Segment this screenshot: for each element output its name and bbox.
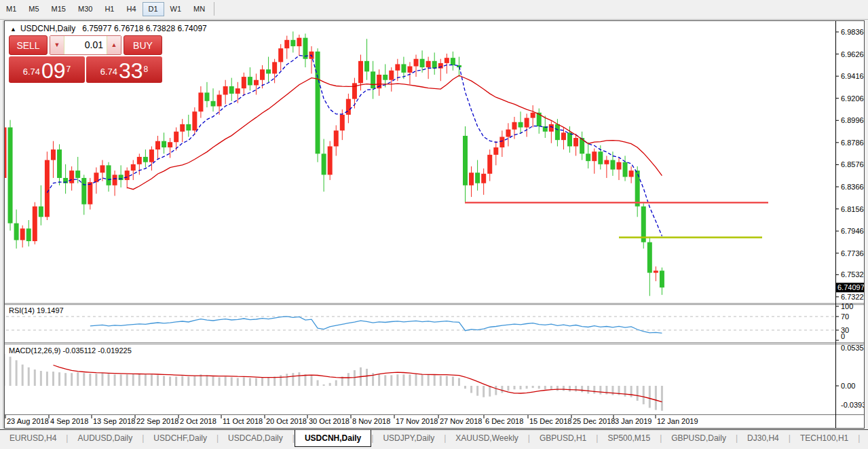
timeframe-button-w1[interactable]: W1 xyxy=(164,2,188,16)
tab-tech100-h1[interactable]: TECH100,H1 xyxy=(791,430,858,447)
horizontal-levels xyxy=(465,202,768,237)
lot-increase-button[interactable]: ▲ xyxy=(107,36,121,54)
svg-text:-0.039333: -0.039333 xyxy=(841,401,864,409)
tab-usdchf-daily[interactable]: USDCHF,Daily xyxy=(144,430,216,447)
timeframe-button-mn[interactable]: MN xyxy=(187,2,211,16)
sell-button[interactable]: SELL xyxy=(9,35,48,55)
timeframe-button-m30[interactable]: M30 xyxy=(72,2,98,16)
svg-text:13 Sep 2018: 13 Sep 2018 xyxy=(93,417,135,425)
lot-decrease-button[interactable]: ▼ xyxy=(50,36,64,54)
buy-price-pip: 8 xyxy=(144,56,149,82)
svg-text:22 Sep 2018: 22 Sep 2018 xyxy=(136,417,178,425)
timeframe-button-m1[interactable]: M1 xyxy=(0,2,22,16)
rsi-label: RSI(14) 19.1497 xyxy=(9,306,64,315)
buy-price-prefix: 6.74 xyxy=(100,63,117,81)
collapse-triangle-icon[interactable]: ▲ xyxy=(10,26,16,33)
chart-symbol-label: USDCNH,Daily xyxy=(20,24,75,33)
svg-text:0: 0 xyxy=(841,332,845,340)
svg-text:20 Oct 2018: 20 Oct 2018 xyxy=(266,417,307,425)
svg-text:23 Aug 2018: 23 Aug 2018 xyxy=(7,417,49,425)
pane-dividers xyxy=(5,303,864,415)
sell-price-prefix: 6.74 xyxy=(23,63,40,81)
svg-text:6.85760: 6.85760 xyxy=(841,160,864,168)
buy-button[interactable]: BUY xyxy=(124,35,162,55)
macd-label: MACD(12,26,9) -0.035112 -0.019225 xyxy=(9,346,132,355)
tab-ukoil-h1[interactable]: UKOil,H1 xyxy=(860,430,868,447)
svg-text:100: 100 xyxy=(841,302,853,310)
svg-text:27 Nov 2018: 27 Nov 2018 xyxy=(440,417,482,425)
one-click-trading-widget: SELL ▼ 0.01 ▲ BUY 6.74 09 7 6.74 33 8 xyxy=(9,35,162,83)
sell-price-main: 09 xyxy=(41,60,66,81)
svg-text:3 Jan 2019: 3 Jan 2019 xyxy=(615,417,652,425)
svg-text:15 Dec 2018: 15 Dec 2018 xyxy=(529,417,571,425)
tab-eurusd-h4[interactable]: EURUSD,H4 xyxy=(0,430,66,447)
svg-text:2 Oct 2018: 2 Oct 2018 xyxy=(180,417,216,425)
lot-size-value[interactable]: 0.01 xyxy=(64,36,107,54)
timeframe-button-h1[interactable]: H1 xyxy=(98,2,120,16)
timeframe-button-m15[interactable]: M15 xyxy=(45,2,72,16)
toolbar-separator xyxy=(214,2,214,16)
tab-gbpusd-h1[interactable]: GBPUSD,H1 xyxy=(530,430,596,447)
svg-text:6.74097: 6.74097 xyxy=(837,283,864,291)
rsi-level-lines xyxy=(6,317,835,330)
svg-text:6.89960: 6.89960 xyxy=(841,116,864,124)
svg-text:70: 70 xyxy=(841,312,849,321)
svg-text:6.77360: 6.77360 xyxy=(841,249,864,257)
svg-text:6.81560: 6.81560 xyxy=(841,205,864,213)
tab-audusd-daily[interactable]: AUDUSD,Daily xyxy=(68,430,142,447)
svg-text:25 Dec 2018: 25 Dec 2018 xyxy=(573,417,615,425)
tab-dj30-h4[interactable]: DJ30,H4 xyxy=(738,430,789,447)
chart-ohlc-values: 6.75977 6.76718 6.73828 6.74097 xyxy=(82,24,207,33)
svg-text:4 Sep 2018: 4 Sep 2018 xyxy=(50,417,88,425)
svg-text:30 Oct 2018: 30 Oct 2018 xyxy=(309,417,350,425)
price-scale: 6.983606.962606.941606.920606.899606.878… xyxy=(835,21,864,428)
chart-window: ▲USDCNH,Daily6.75977 6.76718 6.73828 6.7… xyxy=(4,20,865,429)
tab-usdcnh-daily[interactable]: USDCNH,Daily xyxy=(295,430,371,447)
buy-price-main: 33 xyxy=(119,60,143,81)
svg-text:6.87860: 6.87860 xyxy=(841,139,864,147)
svg-text:12 Jan 2019: 12 Jan 2019 xyxy=(657,417,698,425)
svg-text:6 Dec 2018: 6 Dec 2018 xyxy=(485,417,523,425)
svg-text:6.92060: 6.92060 xyxy=(841,94,864,103)
rsi-line xyxy=(90,317,662,334)
svg-text:8 Nov 2018: 8 Nov 2018 xyxy=(352,417,390,425)
buy-price-tile[interactable]: 6.74 33 8 xyxy=(86,56,162,83)
macd-scale: 0.0535320.00-0.039333 xyxy=(835,344,864,409)
macd-histogram xyxy=(5,354,663,411)
timeframe-toolbar: M1M5M15M30H1H4D1W1MN xyxy=(0,0,868,20)
lot-size-stepper: ▼ 0.01 ▲ xyxy=(50,35,121,55)
rsi-scale: 10070300 xyxy=(835,302,853,340)
svg-text:17 Nov 2018: 17 Nov 2018 xyxy=(396,417,438,425)
tab-xauusd-weekly[interactable]: XAUUSD,Weekly xyxy=(446,430,527,447)
svg-text:0.053532: 0.053532 xyxy=(841,344,864,352)
symbol-tab-bar: EURUSD,H4|AUDUSD,Daily|USDCHF,Daily|USDC… xyxy=(0,429,868,447)
svg-text:6.94160: 6.94160 xyxy=(841,72,864,80)
tab-gbpusd-daily[interactable]: GBPUSD,Daily xyxy=(662,430,736,447)
tab-usdjpy-daily[interactable]: USDJPY,Daily xyxy=(373,430,444,447)
tab-sp500-m15[interactable]: SP500,M15 xyxy=(598,430,660,447)
svg-text:6.75320: 6.75320 xyxy=(841,270,864,279)
chart-title: ▲USDCNH,Daily6.75977 6.76718 6.73828 6.7… xyxy=(10,24,207,33)
timeframe-button-h4[interactable]: H4 xyxy=(120,2,142,16)
indicator-labels: RSI(14) 19.1497MACD(12,26,9) -0.035112 -… xyxy=(9,306,132,355)
svg-text:6.96260: 6.96260 xyxy=(841,50,864,58)
svg-text:6.98360: 6.98360 xyxy=(841,28,864,36)
timeframe-button-d1[interactable]: D1 xyxy=(143,2,164,16)
svg-text:0.00: 0.00 xyxy=(841,382,855,390)
sell-price-tile[interactable]: 6.74 09 7 xyxy=(9,56,85,83)
svg-text:6.83660: 6.83660 xyxy=(841,183,864,191)
timeframe-button-m5[interactable]: M5 xyxy=(22,2,45,16)
tab-usdcad-daily[interactable]: USDCAD,Daily xyxy=(219,430,293,447)
time-axis: 23 Aug 20184 Sep 201813 Sep 201822 Sep 2… xyxy=(5,415,698,425)
svg-text:11 Oct 2018: 11 Oct 2018 xyxy=(223,417,263,425)
svg-text:6.79460: 6.79460 xyxy=(841,227,864,235)
svg-text:6.73220: 6.73220 xyxy=(841,293,864,301)
sell-price-pip: 7 xyxy=(67,56,71,82)
